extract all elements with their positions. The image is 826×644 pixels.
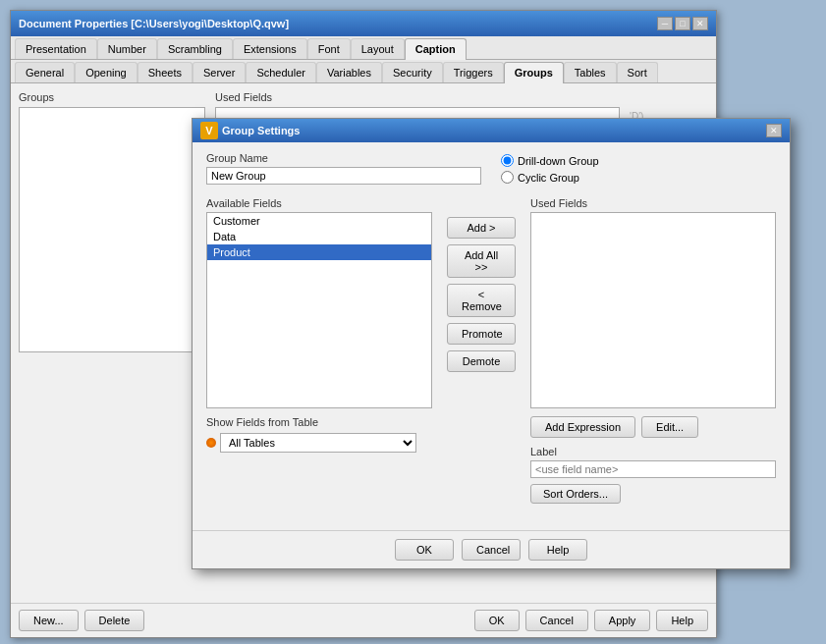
show-fields-section: Show Fields from Table <box>206 416 432 431</box>
group-name-input[interactable] <box>206 167 481 185</box>
sort-orders-button[interactable]: Sort Orders... <box>530 484 621 504</box>
used-fields-list-dialog[interactable] <box>530 212 776 408</box>
tab-opening[interactable]: Opening <box>75 62 138 82</box>
dialog-body: Group Name Drill-down Group Cyclic Group <box>193 142 790 462</box>
apply-button[interactable]: Apply <box>594 610 651 631</box>
v-logo: V <box>200 122 218 139</box>
field-data[interactable]: Data <box>207 229 431 244</box>
label-label: Label <box>530 446 776 457</box>
dialog-title: Group Settings <box>222 125 300 136</box>
delete-button[interactable]: Delete <box>84 610 145 631</box>
close-button[interactable]: ✕ <box>692 17 708 30</box>
tab-scheduler[interactable]: Scheduler <box>246 62 316 82</box>
group-name-left: Group Name <box>206 152 481 185</box>
label-section: Label <box>530 446 776 478</box>
main-title: Document Properties [C:\Users\yogi\Deskt… <box>19 18 289 29</box>
radio-cyclic-input[interactable] <box>501 171 514 184</box>
sort-orders-section: Sort Orders... <box>530 484 776 504</box>
tab-caption[interactable]: Caption <box>405 38 467 60</box>
radio-cyclic[interactable]: Cyclic Group <box>501 171 776 184</box>
table-dropdown[interactable]: All Tables <box>220 433 416 453</box>
tab-layout[interactable]: Layout <box>351 38 405 59</box>
used-fields-label: Used Fields <box>215 91 620 103</box>
add-button[interactable]: Add > <box>447 217 516 239</box>
groups-list[interactable] <box>19 107 205 352</box>
table-select-row: All Tables <box>206 433 432 453</box>
maximize-button[interactable]: □ <box>675 17 690 30</box>
minimize-button[interactable]: ─ <box>657 17 673 30</box>
dialog-bottom-buttons: OK Cancel Help <box>193 530 790 568</box>
window-controls: ─ □ ✕ <box>657 17 708 30</box>
label-input[interactable] <box>530 460 776 478</box>
add-all-button[interactable]: Add All >> <box>447 244 516 278</box>
show-fields-label: Show Fields from Table <box>206 416 318 428</box>
group-name-section: Group Name Drill-down Group Cyclic Group <box>206 152 776 188</box>
tab-sheets[interactable]: Sheets <box>138 62 193 82</box>
radio-drilldown-input[interactable] <box>501 154 514 167</box>
help-button[interactable]: Help <box>656 610 708 631</box>
available-fields-panel: Available Fields Customer Data Product S… <box>206 197 432 453</box>
tab-tables[interactable]: Tables <box>564 62 617 82</box>
edit-button[interactable]: Edit... <box>641 416 698 438</box>
radio-group: Drill-down Group Cyclic Group <box>501 154 776 184</box>
new-button[interactable]: New... <box>19 610 79 631</box>
ok-button[interactable]: OK <box>474 610 520 631</box>
available-fields-label: Available Fields <box>206 197 432 209</box>
promote-button[interactable]: Promote <box>447 323 516 345</box>
dialog-ok-button[interactable]: OK <box>395 539 454 561</box>
fields-section: Available Fields Customer Data Product S… <box>206 197 776 453</box>
cancel-button[interactable]: Cancel <box>525 610 588 631</box>
groups-label: Groups <box>19 91 205 103</box>
add-expression-section: Add Expression Edit... <box>530 416 776 438</box>
group-name-label: Group Name <box>206 152 481 164</box>
add-expression-button[interactable]: Add Expression <box>530 416 635 438</box>
tab-font[interactable]: Font <box>307 38 351 59</box>
tab-presentation[interactable]: Presentation <box>15 38 97 59</box>
tab-sort[interactable]: Sort <box>617 62 658 82</box>
middle-buttons: Add > Add All >> < Remove Promote Demote <box>442 197 521 453</box>
dialog-close-button[interactable]: ✕ <box>766 124 782 137</box>
dialog-title-bar: V Group Settings ✕ <box>193 119 790 142</box>
radio-drilldown[interactable]: Drill-down Group <box>501 154 776 167</box>
orange-dot-icon <box>206 438 216 448</box>
group-settings-dialog: V Group Settings ✕ Group Name Drill-down… <box>192 118 791 569</box>
tab-groups[interactable]: Groups <box>504 62 564 83</box>
tab-row-1: Presentation Number Scrambling Extension… <box>11 36 716 60</box>
tab-row-2: General Opening Sheets Server Scheduler … <box>11 60 716 83</box>
available-fields-list[interactable]: Customer Data Product <box>206 212 432 408</box>
field-customer[interactable]: Customer <box>207 213 431 229</box>
dialog-cancel-button[interactable]: Cancel <box>462 539 521 561</box>
tab-triggers[interactable]: Triggers <box>443 62 504 82</box>
used-fields-right-label: Used Fields <box>530 197 776 209</box>
used-fields-right-panel: Used Fields Add Expression Edit... Label… <box>530 197 776 453</box>
tab-variables[interactable]: Variables <box>316 62 382 82</box>
tab-general[interactable]: General <box>15 62 75 82</box>
demote-button[interactable]: Demote <box>447 350 516 372</box>
radio-cyclic-label: Cyclic Group <box>518 172 579 184</box>
dialog-help-button[interactable]: Help <box>528 539 587 561</box>
tab-scrambling[interactable]: Scrambling <box>157 38 233 59</box>
tab-server[interactable]: Server <box>193 62 246 82</box>
groups-section: Groups <box>19 91 205 547</box>
main-title-bar: Document Properties [C:\Users\yogi\Deskt… <box>11 11 716 36</box>
field-product[interactable]: Product <box>207 244 431 260</box>
radio-drilldown-label: Drill-down Group <box>518 155 599 167</box>
tab-security[interactable]: Security <box>382 62 443 82</box>
tab-extensions[interactable]: Extensions <box>233 38 307 59</box>
main-bottom-buttons: New... Delete OK Cancel Apply Help <box>11 603 716 637</box>
group-type-section: Drill-down Group Cyclic Group <box>501 152 776 188</box>
tab-number[interactable]: Number <box>97 38 157 59</box>
remove-button[interactable]: < Remove <box>447 284 516 317</box>
